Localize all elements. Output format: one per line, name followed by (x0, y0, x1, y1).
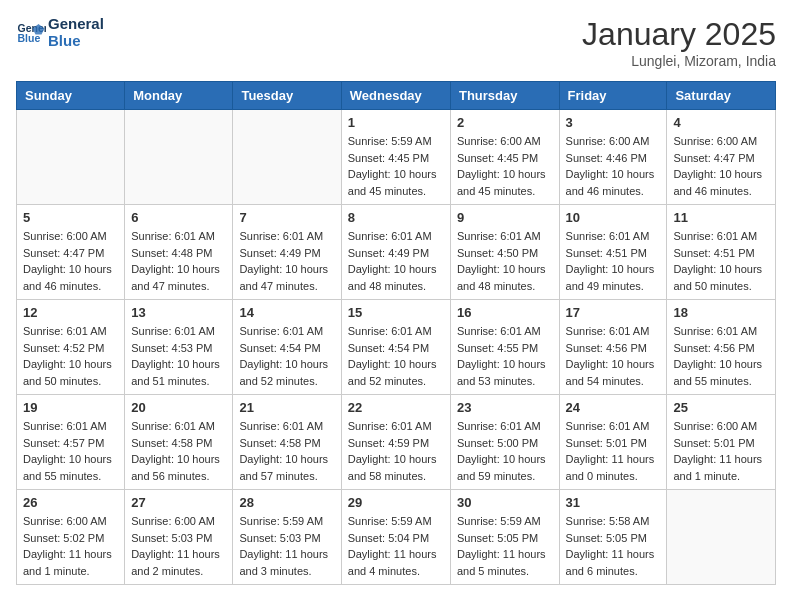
cell-line: Sunrise: 6:01 AM (131, 228, 226, 245)
cell-line: Daylight: 10 hours (239, 356, 334, 373)
cell-line: Sunset: 4:58 PM (131, 435, 226, 452)
weekday-header-friday: Friday (559, 82, 667, 110)
cell-line: Sunrise: 5:59 AM (457, 513, 553, 530)
day-number: 23 (457, 400, 553, 415)
cell-line: and 59 minutes. (457, 468, 553, 485)
cell-line: Sunset: 4:53 PM (131, 340, 226, 357)
day-number: 18 (673, 305, 769, 320)
cell-content: Sunrise: 6:01 AMSunset: 4:54 PMDaylight:… (239, 323, 334, 389)
calendar-cell: 22Sunrise: 6:01 AMSunset: 4:59 PMDayligh… (341, 395, 450, 490)
cell-content: Sunrise: 6:01 AMSunset: 4:56 PMDaylight:… (566, 323, 661, 389)
cell-line: Sunrise: 6:00 AM (131, 513, 226, 530)
cell-line: Sunset: 5:04 PM (348, 530, 444, 547)
cell-line: and 1 minute. (23, 563, 118, 580)
cell-content: Sunrise: 6:01 AMSunset: 4:51 PMDaylight:… (566, 228, 661, 294)
calendar-cell: 21Sunrise: 6:01 AMSunset: 4:58 PMDayligh… (233, 395, 341, 490)
cell-line: Daylight: 10 hours (457, 166, 553, 183)
cell-content: Sunrise: 6:01 AMSunset: 5:00 PMDaylight:… (457, 418, 553, 484)
cell-line: Sunrise: 6:01 AM (673, 323, 769, 340)
cell-line: and 49 minutes. (566, 278, 661, 295)
day-number: 16 (457, 305, 553, 320)
cell-line: Daylight: 10 hours (457, 261, 553, 278)
calendar-cell: 9Sunrise: 6:01 AMSunset: 4:50 PMDaylight… (450, 205, 559, 300)
day-number: 14 (239, 305, 334, 320)
cell-content: Sunrise: 5:59 AMSunset: 5:04 PMDaylight:… (348, 513, 444, 579)
cell-line: Sunrise: 6:01 AM (566, 323, 661, 340)
day-number: 25 (673, 400, 769, 415)
cell-line: Sunset: 4:54 PM (348, 340, 444, 357)
calendar-cell: 27Sunrise: 6:00 AMSunset: 5:03 PMDayligh… (125, 490, 233, 585)
cell-line: and 0 minutes. (566, 468, 661, 485)
cell-line: and 53 minutes. (457, 373, 553, 390)
cell-line: Daylight: 10 hours (348, 166, 444, 183)
calendar-cell: 7Sunrise: 6:01 AMSunset: 4:49 PMDaylight… (233, 205, 341, 300)
cell-line: and 55 minutes. (673, 373, 769, 390)
cell-line: Daylight: 10 hours (23, 356, 118, 373)
cell-line: Sunset: 4:51 PM (566, 245, 661, 262)
calendar-week-row: 1Sunrise: 5:59 AMSunset: 4:45 PMDaylight… (17, 110, 776, 205)
cell-line: Daylight: 11 hours (673, 451, 769, 468)
calendar-cell: 17Sunrise: 6:01 AMSunset: 4:56 PMDayligh… (559, 300, 667, 395)
cell-line: Sunset: 4:50 PM (457, 245, 553, 262)
calendar-cell: 10Sunrise: 6:01 AMSunset: 4:51 PMDayligh… (559, 205, 667, 300)
day-number: 3 (566, 115, 661, 130)
cell-line: Sunset: 5:01 PM (566, 435, 661, 452)
cell-line: Daylight: 11 hours (131, 546, 226, 563)
calendar-cell: 1Sunrise: 5:59 AMSunset: 4:45 PMDaylight… (341, 110, 450, 205)
cell-line: Sunrise: 6:00 AM (566, 133, 661, 150)
calendar-cell: 15Sunrise: 6:01 AMSunset: 4:54 PMDayligh… (341, 300, 450, 395)
logo-icon: General Blue (16, 18, 46, 48)
calendar-cell: 20Sunrise: 6:01 AMSunset: 4:58 PMDayligh… (125, 395, 233, 490)
cell-content: Sunrise: 5:58 AMSunset: 5:05 PMDaylight:… (566, 513, 661, 579)
location: Lunglei, Mizoram, India (582, 53, 776, 69)
cell-content: Sunrise: 6:00 AMSunset: 5:02 PMDaylight:… (23, 513, 118, 579)
cell-line: Daylight: 10 hours (673, 166, 769, 183)
day-number: 31 (566, 495, 661, 510)
cell-content: Sunrise: 6:01 AMSunset: 4:49 PMDaylight:… (239, 228, 334, 294)
day-number: 8 (348, 210, 444, 225)
cell-line: Daylight: 10 hours (348, 356, 444, 373)
cell-line: Daylight: 11 hours (23, 546, 118, 563)
cell-line: Sunrise: 6:00 AM (23, 513, 118, 530)
cell-line: and 6 minutes. (566, 563, 661, 580)
day-number: 10 (566, 210, 661, 225)
cell-line: Sunset: 5:03 PM (131, 530, 226, 547)
cell-line: Daylight: 10 hours (348, 451, 444, 468)
cell-line: Sunrise: 6:00 AM (673, 418, 769, 435)
calendar-cell: 11Sunrise: 6:01 AMSunset: 4:51 PMDayligh… (667, 205, 776, 300)
cell-content: Sunrise: 6:01 AMSunset: 4:54 PMDaylight:… (348, 323, 444, 389)
cell-line: and 5 minutes. (457, 563, 553, 580)
cell-line: Sunset: 5:03 PM (239, 530, 334, 547)
cell-content: Sunrise: 6:01 AMSunset: 4:51 PMDaylight:… (673, 228, 769, 294)
calendar-cell: 6Sunrise: 6:01 AMSunset: 4:48 PMDaylight… (125, 205, 233, 300)
cell-line: and 55 minutes. (23, 468, 118, 485)
cell-content: Sunrise: 5:59 AMSunset: 4:45 PMDaylight:… (348, 133, 444, 199)
cell-line: and 51 minutes. (131, 373, 226, 390)
day-number: 28 (239, 495, 334, 510)
cell-content: Sunrise: 5:59 AMSunset: 5:03 PMDaylight:… (239, 513, 334, 579)
calendar-cell: 2Sunrise: 6:00 AMSunset: 4:45 PMDaylight… (450, 110, 559, 205)
day-number: 1 (348, 115, 444, 130)
cell-line: and 54 minutes. (566, 373, 661, 390)
weekday-header-thursday: Thursday (450, 82, 559, 110)
cell-content: Sunrise: 6:00 AMSunset: 4:46 PMDaylight:… (566, 133, 661, 199)
cell-content: Sunrise: 6:01 AMSunset: 4:50 PMDaylight:… (457, 228, 553, 294)
cell-line: Sunset: 4:49 PM (348, 245, 444, 262)
cell-line: Sunset: 4:47 PM (673, 150, 769, 167)
cell-line: Sunrise: 6:01 AM (131, 323, 226, 340)
weekday-header-row: SundayMondayTuesdayWednesdayThursdayFrid… (17, 82, 776, 110)
cell-line: Daylight: 11 hours (566, 451, 661, 468)
cell-line: Sunrise: 6:01 AM (131, 418, 226, 435)
cell-line: Sunset: 4:54 PM (239, 340, 334, 357)
calendar-week-row: 12Sunrise: 6:01 AMSunset: 4:52 PMDayligh… (17, 300, 776, 395)
cell-line: and 3 minutes. (239, 563, 334, 580)
cell-content: Sunrise: 6:01 AMSunset: 4:55 PMDaylight:… (457, 323, 553, 389)
cell-line: Daylight: 10 hours (673, 261, 769, 278)
day-number: 24 (566, 400, 661, 415)
cell-line: Daylight: 10 hours (23, 451, 118, 468)
day-number: 17 (566, 305, 661, 320)
cell-line: and 46 minutes. (566, 183, 661, 200)
cell-line: and 45 minutes. (348, 183, 444, 200)
calendar-cell: 16Sunrise: 6:01 AMSunset: 4:55 PMDayligh… (450, 300, 559, 395)
weekday-header-tuesday: Tuesday (233, 82, 341, 110)
